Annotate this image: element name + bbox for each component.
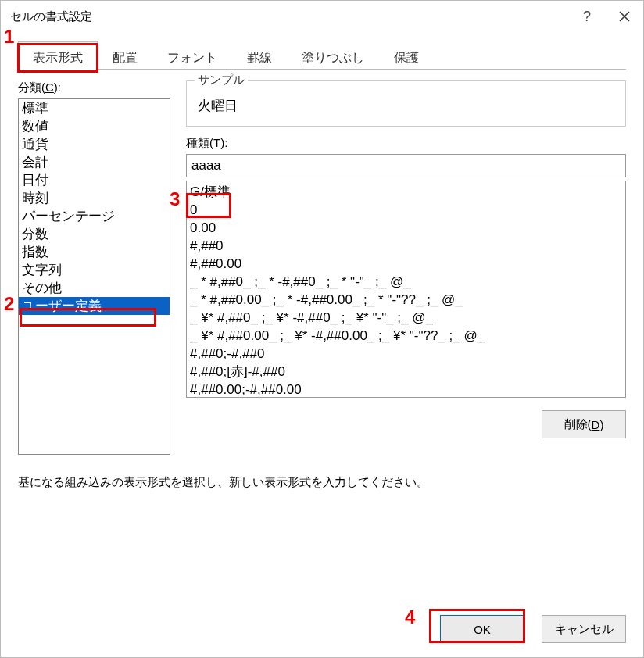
close-button[interactable] bbox=[606, 1, 643, 32]
tab-フォント[interactable]: フォント bbox=[152, 41, 232, 70]
window-title: セルの書式設定 bbox=[10, 9, 568, 24]
sample-value: 火曜日 bbox=[196, 92, 616, 116]
tab-配置[interactable]: 配置 bbox=[98, 41, 152, 70]
dialog-content: 表示形式配置フォント罫線塗りつぶし保護 分類(C): 標準数値通貨会計日付時刻パ… bbox=[1, 32, 643, 490]
type-item[interactable]: _ ¥* #,##0_ ;_ ¥* -#,##0_ ;_ ¥* "-"_ ;_ … bbox=[190, 309, 622, 327]
delete-button[interactable]: 削除(D) bbox=[542, 410, 626, 438]
category-item[interactable]: 数値 bbox=[19, 117, 170, 135]
type-input[interactable] bbox=[186, 154, 626, 177]
type-item[interactable]: 0.00 bbox=[190, 219, 622, 237]
type-item[interactable]: G/標準 bbox=[190, 183, 622, 201]
category-item[interactable]: 文字列 bbox=[19, 261, 170, 279]
type-item[interactable]: #,##0.00;-#,##0.00 bbox=[190, 381, 622, 398]
tab-bar: 表示形式配置フォント罫線塗りつぶし保護 bbox=[18, 41, 626, 70]
titlebar: セルの書式設定 ? bbox=[1, 1, 643, 32]
sample-group: サンプル 火曜日 bbox=[186, 80, 626, 127]
category-list[interactable]: 標準数値通貨会計日付時刻パーセンテージ分数指数文字列その他ユーザー定義 bbox=[18, 98, 170, 455]
category-item[interactable]: 会計 bbox=[19, 153, 170, 171]
category-item[interactable]: その他 bbox=[19, 279, 170, 297]
close-icon bbox=[619, 11, 630, 22]
category-label: 分類(C): bbox=[18, 80, 170, 95]
cancel-button[interactable]: キャンセル bbox=[542, 615, 626, 643]
tab-塗りつぶし[interactable]: 塗りつぶし bbox=[287, 41, 379, 70]
category-item[interactable]: 時刻 bbox=[19, 189, 170, 207]
tab-表示形式[interactable]: 表示形式 bbox=[18, 41, 98, 70]
ok-button[interactable]: OK bbox=[440, 615, 524, 643]
category-item[interactable]: ユーザー定義 bbox=[19, 297, 170, 315]
category-item[interactable]: 分数 bbox=[19, 225, 170, 243]
category-item[interactable]: 指数 bbox=[19, 243, 170, 261]
tab-保護[interactable]: 保護 bbox=[379, 41, 434, 70]
sample-legend: サンプル bbox=[195, 73, 248, 88]
hint-text: 基になる組み込みの表示形式を選択し、新しい表示形式を入力してください。 bbox=[18, 475, 626, 490]
type-item[interactable]: #,##0;[赤]-#,##0 bbox=[190, 363, 622, 381]
type-list[interactable]: G/標準00.00#,##0#,##0.00_ * #,##0_ ;_ * -#… bbox=[186, 181, 626, 398]
type-item[interactable]: _ * #,##0.00_ ;_ * -#,##0.00_ ;_ * "-"??… bbox=[190, 291, 622, 309]
dialog-footer: OK キャンセル bbox=[440, 615, 626, 643]
category-item[interactable]: 通貨 bbox=[19, 135, 170, 153]
type-label: 種類(T): bbox=[186, 136, 626, 151]
type-item[interactable]: #,##0 bbox=[190, 237, 622, 255]
category-item[interactable]: 標準 bbox=[19, 99, 170, 117]
type-item[interactable]: #,##0.00 bbox=[190, 255, 622, 273]
type-item[interactable]: _ ¥* #,##0.00_ ;_ ¥* -#,##0.00_ ;_ ¥* "-… bbox=[190, 327, 622, 345]
category-item[interactable]: 日付 bbox=[19, 171, 170, 189]
type-item[interactable]: _ * #,##0_ ;_ * -#,##0_ ;_ * "-"_ ;_ @_ bbox=[190, 273, 622, 291]
annotation-4: 4 bbox=[405, 606, 415, 628]
tab-罫線[interactable]: 罫線 bbox=[232, 41, 287, 70]
type-item[interactable]: #,##0;-#,##0 bbox=[190, 345, 622, 363]
help-button[interactable]: ? bbox=[568, 1, 606, 32]
type-item[interactable]: 0 bbox=[190, 201, 622, 219]
category-item[interactable]: パーセンテージ bbox=[19, 207, 170, 225]
